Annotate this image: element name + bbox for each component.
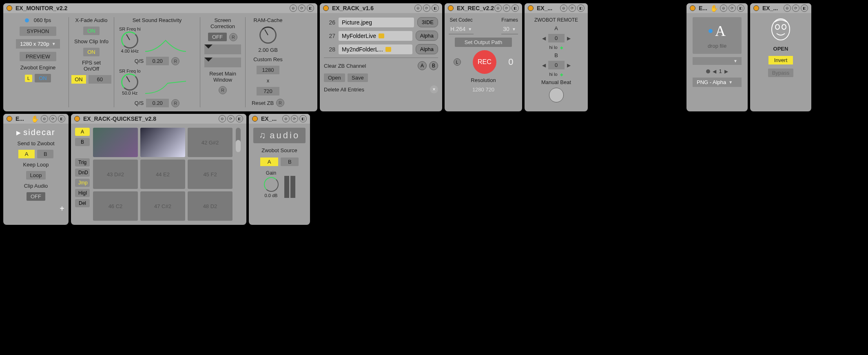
device-active-icon[interactable]	[7, 5, 12, 11]
add-button[interactable]: +	[60, 204, 64, 213]
sr-lo-knob[interactable]	[121, 73, 138, 91]
titlebar[interactable]: E... ✋ ⊖ ⟳ ◧	[3, 114, 69, 124]
dropdown-1[interactable]: ▼	[693, 57, 742, 65]
save-icon[interactable]: ◧	[577, 4, 585, 12]
device-active-icon[interactable]	[753, 5, 759, 11]
clip-cell[interactable]	[140, 128, 185, 157]
ram-cache-knob[interactable]	[259, 27, 277, 44]
save-icon[interactable]: ◧	[512, 4, 519, 12]
trig-button[interactable]: Trig	[75, 158, 90, 166]
titlebar[interactable]: EX_... ⊖ ⟳ ◧	[525, 3, 588, 13]
prev-b-button[interactable]: ◀	[542, 62, 546, 68]
syphon-button[interactable]: SYPHON	[20, 27, 56, 36]
grid-scrollbar[interactable]	[236, 128, 241, 152]
clip-cell[interactable]: 42 G#2	[188, 128, 232, 157]
delete-all-button[interactable]: ×	[430, 85, 438, 93]
fold-icon[interactable]: ⊖	[784, 4, 791, 12]
custom-res-w[interactable]	[257, 66, 279, 74]
tab-b-button[interactable]: B	[75, 138, 90, 146]
custom-res-h[interactable]	[257, 87, 279, 95]
invert-button[interactable]: Invert	[768, 56, 793, 64]
prev-button[interactable]: ◀	[713, 69, 716, 74]
device-active-icon[interactable]	[528, 5, 534, 11]
clip-cell[interactable]: 47 C#2	[140, 191, 185, 221]
qs-value-1[interactable]	[146, 57, 169, 65]
jmp-button[interactable]: Jmp	[75, 179, 90, 187]
page-number[interactable]: 1	[719, 68, 722, 74]
refresh-icon[interactable]: ⟳	[49, 115, 57, 122]
next-a-button[interactable]: ▶	[567, 36, 571, 41]
screen-corr-off-button[interactable]: OFF	[208, 33, 227, 41]
del-button[interactable]: Del	[75, 199, 90, 207]
rack-row-mode[interactable]: 3IDE	[417, 17, 438, 27]
save-icon[interactable]: ◧	[432, 4, 439, 12]
rack-row[interactable]: 27 MyFolderLive Alpha	[324, 31, 438, 41]
format-select[interactable]: PNG - Alpha▼	[693, 78, 742, 87]
sr-hi-value[interactable]: 4.00 kHz	[121, 49, 139, 53]
fold-icon[interactable]: ⊖	[290, 4, 297, 12]
open-label[interactable]: OPEN	[773, 46, 788, 52]
r-button-3[interactable]: R	[229, 33, 237, 41]
higl-button[interactable]: HigI	[75, 189, 90, 197]
gain-value[interactable]: 0.0 dB	[265, 193, 278, 198]
titlebar[interactable]: EX_... ⊖ ⟳ ◧	[750, 3, 811, 13]
rack-row-mode[interactable]: Alpha	[416, 31, 438, 41]
fold-icon[interactable]: ⊖	[560, 4, 567, 12]
titlebar[interactable]: E... ✋ ⊖ ⟳ ◧	[686, 3, 748, 13]
send-a-button[interactable]: A	[18, 150, 35, 158]
refresh-icon[interactable]: ⟳	[298, 4, 306, 12]
device-active-icon[interactable]	[690, 5, 695, 11]
r-button-1[interactable]: R	[171, 57, 179, 65]
sr-hi-knob[interactable]	[121, 31, 138, 49]
titlebar[interactable]: EX_RACK-QUICKSET_v2.8 ⊖ ⟳ ◧	[71, 114, 246, 124]
device-active-icon[interactable]	[74, 116, 80, 122]
clip-cell[interactable]	[93, 128, 138, 157]
manual-beat-button[interactable]	[549, 88, 564, 102]
tab-a-button[interactable]: A	[75, 128, 90, 136]
prev-a-button[interactable]: ◀	[542, 36, 546, 41]
source-a-button[interactable]: A	[260, 158, 279, 166]
save-icon[interactable]: ◧	[299, 115, 307, 122]
clip-cell[interactable]: 43 D#2	[93, 160, 138, 189]
rack-row-name[interactable]: Picture.jpeg	[339, 18, 414, 27]
engine-on-button[interactable]: ON	[35, 74, 51, 82]
resolution-select[interactable]: 1280 x 720p▼	[16, 39, 60, 49]
fps-on-button[interactable]: ON	[71, 75, 86, 84]
set-output-button[interactable]: Set Output Path	[455, 38, 512, 47]
ram-cache-value[interactable]: 2.00 GB	[258, 47, 278, 53]
rack-row-mode[interactable]: Alpha	[416, 44, 438, 54]
device-active-icon[interactable]	[252, 116, 258, 122]
xfade-on-button[interactable]: ON	[83, 27, 100, 35]
refresh-icon[interactable]: ⟳	[291, 115, 298, 122]
engine-l-button[interactable]: L	[25, 75, 32, 82]
sr-lo-value[interactable]: 50.0 Hz	[122, 91, 137, 95]
codec-select[interactable]: H.264▼	[449, 24, 474, 34]
device-active-icon[interactable]	[323, 5, 329, 11]
device-active-icon[interactable]	[448, 5, 454, 11]
slider-2[interactable]	[204, 58, 241, 67]
source-b-button[interactable]: B	[281, 158, 299, 166]
save-icon[interactable]: ◧	[801, 4, 808, 12]
slider-1[interactable]	[204, 44, 241, 54]
rack-row-name[interactable]: My2ndFolderL...	[339, 44, 412, 54]
rec-button[interactable]: REC	[473, 50, 496, 74]
dnd-button[interactable]: DnD	[75, 169, 90, 177]
save-icon[interactable]: ◧	[737, 4, 744, 12]
save-icon[interactable]: ◧	[307, 4, 314, 12]
fold-icon[interactable]: ⊖	[219, 115, 226, 122]
clip-cell[interactable]: 48 D2	[188, 191, 232, 221]
channel-b-button[interactable]: B	[429, 61, 438, 70]
refresh-icon[interactable]: ⟳	[792, 4, 799, 12]
fold-icon[interactable]: ⊖	[41, 115, 48, 122]
clip-audio-off-button[interactable]: OFF	[27, 192, 45, 201]
clip-cell[interactable]: 44 E2	[140, 160, 185, 189]
qs-value-2[interactable]	[146, 99, 169, 107]
rack-row-name[interactable]: MyFolderLive	[339, 31, 412, 41]
preview-button[interactable]: PREVIEW	[20, 52, 56, 61]
fold-icon[interactable]: ⊖	[414, 4, 422, 12]
frames-select[interactable]: 30▼	[501, 24, 518, 34]
refresh-icon[interactable]: ⟳	[728, 4, 736, 12]
clip-cell[interactable]: 46 C2	[93, 191, 138, 221]
fold-icon[interactable]: ⊖	[282, 115, 290, 122]
save-icon[interactable]: ◧	[58, 115, 65, 122]
